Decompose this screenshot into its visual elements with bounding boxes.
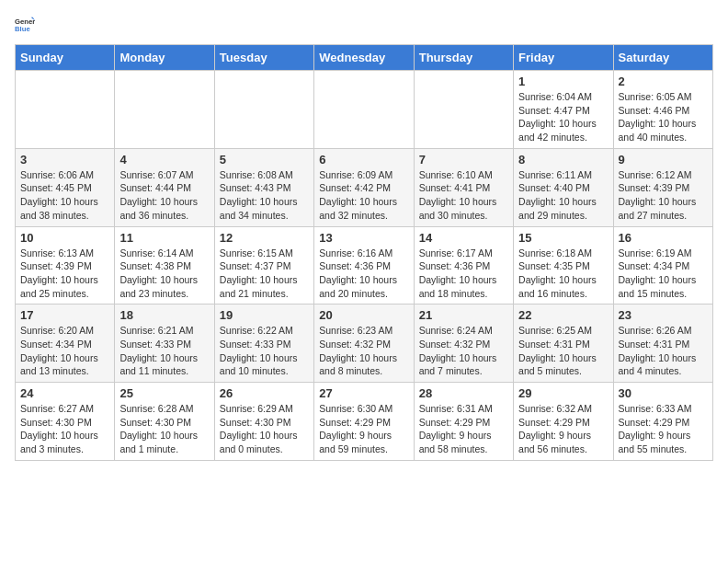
day-info: Sunrise: 6:09 AM Sunset: 4:42 PM Dayligh… xyxy=(319,168,408,223)
day-info: Sunrise: 6:16 AM Sunset: 4:36 PM Dayligh… xyxy=(319,247,408,301)
day-number: 25 xyxy=(119,386,209,400)
calendar-cell: 9Sunrise: 6:12 AM Sunset: 4:39 PM Daylig… xyxy=(613,148,712,226)
day-info: Sunrise: 6:25 AM Sunset: 4:31 PM Dayligh… xyxy=(518,324,608,378)
day-info: Sunrise: 6:21 AM Sunset: 4:33 PM Dayligh… xyxy=(119,324,209,378)
day-number: 23 xyxy=(619,308,708,322)
calendar-cell xyxy=(214,71,313,149)
day-number: 16 xyxy=(619,231,708,245)
weekday-header-row: SundayMondayTuesdayWednesdayThursdayFrid… xyxy=(16,45,713,71)
weekday-header-thursday: Thursday xyxy=(414,45,513,71)
calendar-cell: 22Sunrise: 6:25 AM Sunset: 4:31 PM Dayli… xyxy=(514,304,613,383)
day-number: 30 xyxy=(619,386,708,400)
weekday-header-tuesday: Tuesday xyxy=(214,45,313,71)
day-number: 17 xyxy=(20,308,109,322)
calendar-cell: 20Sunrise: 6:23 AM Sunset: 4:32 PM Dayli… xyxy=(314,304,414,383)
day-info: Sunrise: 6:26 AM Sunset: 4:31 PM Dayligh… xyxy=(619,324,708,378)
day-info: Sunrise: 6:15 AM Sunset: 4:37 PM Dayligh… xyxy=(220,247,309,301)
day-info: Sunrise: 6:11 AM Sunset: 4:40 PM Dayligh… xyxy=(518,168,608,223)
calendar-cell: 2Sunrise: 6:05 AM Sunset: 4:46 PM Daylig… xyxy=(613,71,712,149)
day-info: Sunrise: 6:33 AM Sunset: 4:29 PM Dayligh… xyxy=(619,402,708,456)
day-number: 1 xyxy=(518,75,608,88)
day-number: 3 xyxy=(20,153,109,167)
calendar-cell: 10Sunrise: 6:13 AM Sunset: 4:39 PM Dayli… xyxy=(16,226,115,304)
calendar-cell: 12Sunrise: 6:15 AM Sunset: 4:37 PM Dayli… xyxy=(214,226,313,304)
day-number: 2 xyxy=(619,75,708,88)
day-number: 12 xyxy=(220,231,309,245)
calendar-cell: 21Sunrise: 6:24 AM Sunset: 4:32 PM Dayli… xyxy=(414,304,513,383)
calendar-cell: 11Sunrise: 6:14 AM Sunset: 4:38 PM Dayli… xyxy=(115,226,214,304)
calendar-cell: 4Sunrise: 6:07 AM Sunset: 4:44 PM Daylig… xyxy=(115,148,214,226)
calendar-cell: 28Sunrise: 6:31 AM Sunset: 4:29 PM Dayli… xyxy=(414,383,513,461)
calendar-cell: 30Sunrise: 6:33 AM Sunset: 4:29 PM Dayli… xyxy=(613,383,712,461)
week-row-2: 3Sunrise: 6:06 AM Sunset: 4:45 PM Daylig… xyxy=(16,148,713,226)
day-number: 28 xyxy=(419,386,508,400)
calendar-cell: 18Sunrise: 6:21 AM Sunset: 4:33 PM Dayli… xyxy=(115,304,214,383)
calendar-cell xyxy=(314,71,414,149)
week-row-5: 24Sunrise: 6:27 AM Sunset: 4:30 PM Dayli… xyxy=(16,383,713,461)
calendar-cell: 24Sunrise: 6:27 AM Sunset: 4:30 PM Dayli… xyxy=(16,383,115,461)
day-number: 26 xyxy=(220,386,309,400)
calendar-cell: 17Sunrise: 6:20 AM Sunset: 4:34 PM Dayli… xyxy=(16,304,115,383)
day-info: Sunrise: 6:28 AM Sunset: 4:30 PM Dayligh… xyxy=(119,402,209,456)
calendar-cell: 19Sunrise: 6:22 AM Sunset: 4:33 PM Dayli… xyxy=(214,304,313,383)
day-info: Sunrise: 6:17 AM Sunset: 4:36 PM Dayligh… xyxy=(419,247,508,301)
day-info: Sunrise: 6:29 AM Sunset: 4:30 PM Dayligh… xyxy=(220,402,309,456)
day-info: Sunrise: 6:14 AM Sunset: 4:38 PM Dayligh… xyxy=(119,247,209,301)
weekday-header-wednesday: Wednesday xyxy=(314,45,414,71)
header: General Blue xyxy=(15,15,713,35)
day-info: Sunrise: 6:32 AM Sunset: 4:29 PM Dayligh… xyxy=(518,402,608,456)
day-number: 9 xyxy=(619,153,708,167)
day-info: Sunrise: 6:12 AM Sunset: 4:39 PM Dayligh… xyxy=(619,168,708,223)
week-row-3: 10Sunrise: 6:13 AM Sunset: 4:39 PM Dayli… xyxy=(16,226,713,304)
calendar-cell: 3Sunrise: 6:06 AM Sunset: 4:45 PM Daylig… xyxy=(16,148,115,226)
calendar-cell: 27Sunrise: 6:30 AM Sunset: 4:29 PM Dayli… xyxy=(314,383,414,461)
calendar-cell: 25Sunrise: 6:28 AM Sunset: 4:30 PM Dayli… xyxy=(115,383,214,461)
day-number: 21 xyxy=(419,308,508,322)
day-info: Sunrise: 6:22 AM Sunset: 4:33 PM Dayligh… xyxy=(220,324,309,378)
day-number: 10 xyxy=(20,231,109,245)
day-number: 6 xyxy=(319,153,408,167)
day-info: Sunrise: 6:24 AM Sunset: 4:32 PM Dayligh… xyxy=(419,324,508,378)
calendar-cell xyxy=(16,71,115,149)
day-info: Sunrise: 6:31 AM Sunset: 4:29 PM Dayligh… xyxy=(419,402,508,456)
day-info: Sunrise: 6:27 AM Sunset: 4:30 PM Dayligh… xyxy=(20,402,109,456)
day-number: 8 xyxy=(518,153,608,167)
day-info: Sunrise: 6:05 AM Sunset: 4:46 PM Dayligh… xyxy=(619,90,708,144)
calendar: SundayMondayTuesdayWednesdayThursdayFrid… xyxy=(15,44,713,461)
day-info: Sunrise: 6:10 AM Sunset: 4:41 PM Dayligh… xyxy=(419,168,508,223)
calendar-cell: 16Sunrise: 6:19 AM Sunset: 4:34 PM Dayli… xyxy=(613,226,712,304)
calendar-cell: 6Sunrise: 6:09 AM Sunset: 4:42 PM Daylig… xyxy=(314,148,414,226)
day-number: 15 xyxy=(518,231,608,245)
calendar-cell: 8Sunrise: 6:11 AM Sunset: 4:40 PM Daylig… xyxy=(514,148,613,226)
day-number: 13 xyxy=(319,231,408,245)
weekday-header-friday: Friday xyxy=(514,45,613,71)
calendar-cell: 1Sunrise: 6:04 AM Sunset: 4:47 PM Daylig… xyxy=(514,71,613,149)
day-number: 18 xyxy=(119,308,209,322)
weekday-header-saturday: Saturday xyxy=(613,45,712,71)
day-info: Sunrise: 6:23 AM Sunset: 4:32 PM Dayligh… xyxy=(319,324,408,378)
day-info: Sunrise: 6:08 AM Sunset: 4:43 PM Dayligh… xyxy=(220,168,309,223)
day-number: 19 xyxy=(220,308,309,322)
calendar-cell: 5Sunrise: 6:08 AM Sunset: 4:43 PM Daylig… xyxy=(214,148,313,226)
day-number: 20 xyxy=(319,308,408,322)
day-number: 7 xyxy=(419,153,508,167)
day-info: Sunrise: 6:13 AM Sunset: 4:39 PM Dayligh… xyxy=(20,247,109,301)
day-number: 11 xyxy=(119,231,209,245)
calendar-cell: 15Sunrise: 6:18 AM Sunset: 4:35 PM Dayli… xyxy=(514,226,613,304)
calendar-cell xyxy=(414,71,513,149)
day-number: 4 xyxy=(119,153,209,167)
generalblue-logo-icon: General Blue xyxy=(15,15,35,35)
calendar-cell xyxy=(115,71,214,149)
day-number: 24 xyxy=(20,386,109,400)
day-number: 29 xyxy=(518,386,608,400)
day-number: 14 xyxy=(419,231,508,245)
day-number: 27 xyxy=(319,386,408,400)
day-info: Sunrise: 6:04 AM Sunset: 4:47 PM Dayligh… xyxy=(518,90,608,144)
week-row-4: 17Sunrise: 6:20 AM Sunset: 4:34 PM Dayli… xyxy=(16,304,713,383)
weekday-header-monday: Monday xyxy=(115,45,214,71)
calendar-cell: 26Sunrise: 6:29 AM Sunset: 4:30 PM Dayli… xyxy=(214,383,313,461)
day-info: Sunrise: 6:30 AM Sunset: 4:29 PM Dayligh… xyxy=(319,402,408,456)
day-info: Sunrise: 6:20 AM Sunset: 4:34 PM Dayligh… xyxy=(20,324,109,378)
day-info: Sunrise: 6:06 AM Sunset: 4:45 PM Dayligh… xyxy=(20,168,109,223)
calendar-cell: 7Sunrise: 6:10 AM Sunset: 4:41 PM Daylig… xyxy=(414,148,513,226)
